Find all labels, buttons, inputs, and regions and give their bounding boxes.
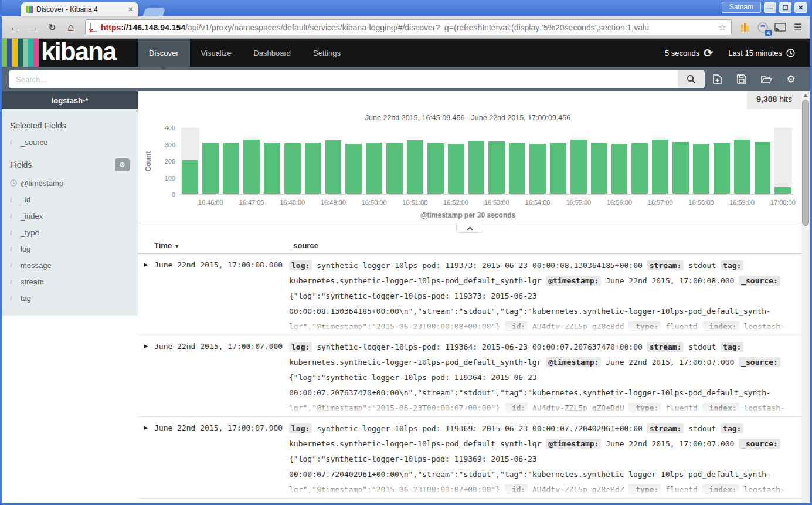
chart-bar-slot bbox=[671, 128, 691, 194]
chart-bar[interactable] bbox=[631, 143, 648, 194]
chart-bar-slot bbox=[650, 128, 671, 194]
scroll-up-arrow[interactable] bbox=[803, 94, 808, 97]
save-search-button[interactable] bbox=[729, 74, 754, 84]
scrollbar-thumb[interactable] bbox=[802, 100, 809, 226]
chart-bar[interactable] bbox=[386, 143, 403, 194]
tab-close-icon[interactable]: ✕ bbox=[128, 5, 134, 13]
index-pattern-selector[interactable]: logstash-* bbox=[2, 91, 138, 109]
refresh-interval-picker[interactable]: 5 seconds ⟳ bbox=[665, 46, 713, 60]
chart-bar[interactable] bbox=[243, 140, 260, 194]
back-button[interactable]: ← bbox=[6, 22, 23, 33]
chart-bar[interactable] bbox=[345, 144, 362, 194]
new-search-button[interactable] bbox=[705, 74, 729, 84]
chart-bar[interactable] bbox=[488, 141, 505, 194]
chart-bar[interactable] bbox=[755, 142, 771, 194]
field-item-tag[interactable]: ttag bbox=[10, 290, 130, 306]
hangouts-extension-icon[interactable]: 4 bbox=[755, 22, 770, 33]
x-tick-slot: 16:47:00 bbox=[242, 195, 262, 209]
chart-bar[interactable] bbox=[182, 160, 198, 194]
chart-bar[interactable] bbox=[325, 140, 342, 194]
cast-icon[interactable] bbox=[773, 23, 788, 32]
chart-bar[interactable] bbox=[550, 143, 566, 194]
chart-bar[interactable] bbox=[264, 143, 280, 194]
browser-titlebar: Discover - Kibana 4 ✕ Satnam — ☐ ✕ bbox=[2, 0, 810, 16]
field-item-source[interactable]: t_source bbox=[10, 134, 130, 150]
chart-bar[interactable] bbox=[366, 143, 382, 194]
home-button[interactable]: ⌂ bbox=[63, 21, 79, 34]
chart-bar[interactable] bbox=[652, 140, 668, 194]
x-tick-label: 16:52:00 bbox=[443, 199, 468, 206]
x-tick-slot: 16:59:00 bbox=[732, 195, 752, 209]
url-bar[interactable]: https://146.148.94.154/api/v1/proxy/name… bbox=[85, 19, 732, 35]
time-range-picker[interactable]: Last 15 minutes bbox=[728, 49, 795, 57]
row-time: June 22nd 2015, 17:00:08.000 bbox=[154, 258, 289, 335]
bookmark-star-icon[interactable]: ☆ bbox=[718, 22, 726, 33]
chart-bar[interactable] bbox=[714, 143, 730, 194]
field-item-id[interactable]: t_id bbox=[10, 191, 130, 208]
field-badge: stream: bbox=[647, 342, 684, 352]
page-scrollbar[interactable] bbox=[801, 91, 810, 503]
nav-tab-settings[interactable]: Settings bbox=[302, 39, 352, 67]
field-badge: log: bbox=[289, 342, 312, 352]
chart-bar[interactable] bbox=[570, 140, 587, 194]
new-tab-button[interactable] bbox=[143, 8, 166, 16]
field-item-index[interactable]: t_index bbox=[10, 208, 130, 224]
nav-tab-visualize[interactable]: Visualize bbox=[190, 39, 243, 67]
field-item-message[interactable]: tmessage bbox=[10, 257, 130, 273]
chart-bar[interactable] bbox=[529, 144, 546, 194]
nav-tab-dashboard[interactable]: Dashboard bbox=[242, 39, 302, 67]
time-column-header[interactable]: Time ▼ bbox=[138, 241, 289, 250]
browser-tab[interactable]: Discover - Kibana 4 ✕ bbox=[21, 2, 138, 16]
chart-bar[interactable] bbox=[468, 141, 485, 194]
chart-bar[interactable] bbox=[427, 143, 444, 194]
forward-button[interactable]: → bbox=[25, 22, 42, 33]
chart-bar[interactable] bbox=[611, 144, 628, 194]
window-maximize-button[interactable]: ☐ bbox=[779, 2, 791, 13]
window-minimize-button[interactable]: — bbox=[764, 2, 776, 13]
insecure-page-icon[interactable] bbox=[90, 23, 97, 32]
chart-bar[interactable] bbox=[448, 144, 464, 194]
chart-bar[interactable] bbox=[693, 144, 709, 194]
row-expand-arrow[interactable]: ▶ bbox=[138, 340, 154, 416]
x-tick-slot: 16:57:00 bbox=[650, 195, 671, 209]
chart-bar[interactable] bbox=[202, 143, 219, 194]
kibana-logo-text: kibana bbox=[41, 39, 115, 67]
sort-desc-icon: ▼ bbox=[174, 243, 180, 249]
row-expand-arrow[interactable]: ▶ bbox=[138, 258, 154, 335]
chart-bar[interactable] bbox=[223, 143, 239, 194]
field-item-timestamp[interactable]: @timestamp bbox=[10, 175, 130, 191]
chart-bar[interactable] bbox=[407, 140, 423, 194]
x-tick-slot bbox=[630, 195, 650, 209]
x-tick-slot: 16:54:00 bbox=[528, 195, 548, 209]
chart-bar[interactable] bbox=[509, 143, 525, 194]
menu-icon[interactable]: ☰ bbox=[790, 22, 806, 33]
settings-gear-icon[interactable]: ⚙ bbox=[779, 73, 803, 86]
search-button[interactable] bbox=[678, 70, 705, 88]
row-expand-arrow[interactable]: ▶ bbox=[138, 421, 154, 498]
x-tick-label: 17:00:00 bbox=[770, 199, 796, 206]
chart-bar[interactable] bbox=[305, 143, 321, 194]
profile-button[interactable]: Satnam bbox=[722, 2, 761, 13]
x-tick-slot bbox=[303, 195, 323, 209]
field-item-log[interactable]: tlog bbox=[10, 240, 130, 257]
field-badge: _index: bbox=[702, 321, 739, 331]
chart-bar[interactable] bbox=[672, 142, 689, 194]
chart-bar[interactable] bbox=[591, 143, 607, 194]
nav-tab-discover[interactable]: Discover bbox=[138, 39, 190, 67]
type-string-icon: t bbox=[10, 137, 21, 147]
window-close-button[interactable]: ✕ bbox=[794, 2, 807, 13]
reload-button[interactable]: ↻ bbox=[44, 22, 60, 33]
field-item-stream[interactable]: tstream bbox=[10, 273, 130, 290]
table-row: ▶June 22nd 2015, 17:00:07.000log: synthe… bbox=[138, 417, 801, 499]
kibana-logo[interactable]: kibana bbox=[2, 39, 138, 67]
search-input[interactable] bbox=[9, 70, 678, 88]
chart-bar[interactable] bbox=[734, 140, 750, 194]
open-search-button[interactable] bbox=[754, 75, 779, 84]
chart-bar[interactable] bbox=[284, 143, 301, 194]
extension-icon[interactable] bbox=[738, 23, 753, 32]
x-tick-label: 16:55:00 bbox=[566, 199, 591, 206]
field-item-type[interactable]: t_type bbox=[10, 224, 130, 240]
field-settings-button[interactable]: ⚙ bbox=[115, 158, 130, 171]
collapse-chart-button[interactable] bbox=[456, 223, 483, 233]
chart-bar[interactable] bbox=[774, 187, 791, 194]
